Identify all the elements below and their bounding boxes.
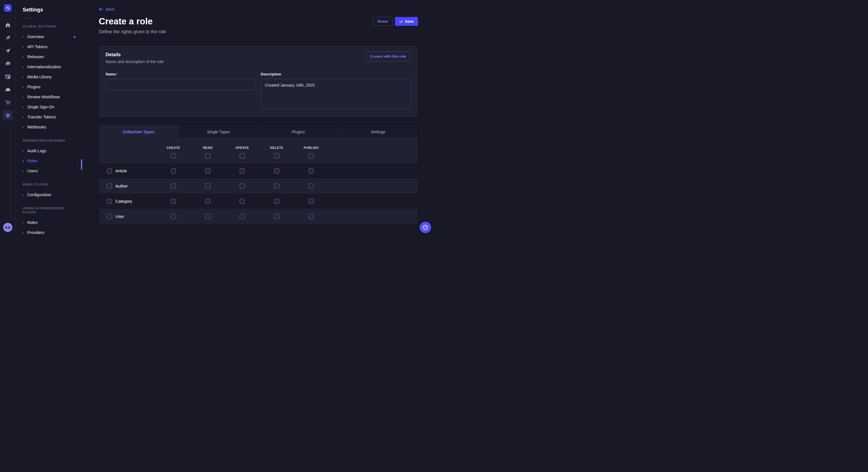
table-row-author: Author (99, 178, 418, 194)
sidebar-item-users[interactable]: Users (16, 166, 82, 176)
sidebar-item-providers[interactable]: Providers (16, 228, 82, 236)
bullet-icon (23, 161, 24, 162)
users-with-role-button[interactable]: 0 users with this role (366, 52, 411, 61)
user-delete-checkbox[interactable] (274, 214, 279, 219)
layout-icon[interactable] (3, 71, 13, 82)
rail-bottom: KD (0, 219, 16, 236)
select-all-delete-checkbox[interactable] (274, 153, 279, 158)
bullet-icon (23, 117, 24, 118)
author-create-checkbox[interactable] (171, 183, 176, 189)
avatar[interactable]: KD (3, 223, 12, 232)
row-select-checkbox[interactable] (107, 183, 112, 189)
header-actions: Reset Save (373, 17, 418, 26)
user-create-checkbox[interactable] (171, 214, 176, 219)
article-publish-checkbox[interactable] (309, 168, 314, 173)
column-header-read: READ (191, 146, 225, 149)
permissions-card: Collection TypesSingle TypesPluginsSetti… (99, 125, 418, 224)
sidebar-item-webhooks[interactable]: Webhooks (16, 122, 82, 132)
sidebar-item-media-library[interactable]: Media Library (16, 72, 82, 82)
cart-icon[interactable] (3, 97, 13, 107)
sidebar-item-transfer-tokens[interactable]: Transfer Tokens (16, 112, 82, 122)
nav-section: USERS & PERMISSIONS PLUGINRolesProviders (16, 206, 82, 236)
nav-section-label: ADMINISTRATION PANEL (16, 138, 82, 142)
sidebar-item-roles[interactable]: Roles (16, 156, 82, 166)
sidebar-item-plugins[interactable]: Plugins (16, 82, 82, 92)
gear-icon[interactable] (3, 110, 13, 121)
sidebar-item-single-sign-on[interactable]: Single Sign-On (16, 102, 82, 112)
article-create-checkbox[interactable] (171, 168, 176, 173)
settings-subnav: Settings GLOBAL SETTINGSOverviewAPI Toke… (16, 0, 83, 236)
user-update-checkbox[interactable] (240, 214, 245, 219)
column-header-update: UPDATE (225, 146, 259, 149)
feather-icon[interactable] (3, 33, 13, 43)
main-content: Back Create a role Define the rights giv… (83, 0, 434, 236)
description-field-group: Description Created January 16th, 2025 (260, 71, 411, 110)
author-delete-checkbox[interactable] (274, 183, 279, 189)
category-read-checkbox[interactable] (205, 199, 210, 204)
user-read-checkbox[interactable] (205, 214, 210, 219)
article-read-checkbox[interactable] (205, 168, 210, 173)
column-header-delete: DELETE (259, 146, 294, 149)
nav-section-label: GLOBAL SETTINGS (16, 24, 82, 28)
category-create-checkbox[interactable] (171, 199, 176, 204)
author-update-checkbox[interactable] (240, 183, 245, 189)
bullet-icon (23, 87, 24, 88)
row-name-cell: Article (107, 168, 156, 173)
sidebar-item-label: Roles (27, 220, 38, 225)
bullet-icon (23, 127, 24, 128)
subnav-scrollbar-thumb[interactable] (81, 159, 82, 169)
bullet-icon (23, 150, 24, 152)
row-select-checkbox[interactable] (107, 199, 112, 204)
strapi-logo[interactable] (4, 4, 11, 12)
row-select-checkbox[interactable] (107, 168, 112, 173)
content-type-label: Author (115, 184, 128, 189)
subnav-divider (23, 18, 30, 18)
sidebar-item-api-tokens[interactable]: API Tokens (16, 42, 82, 52)
select-all-publish-checkbox[interactable] (309, 153, 314, 158)
sidebar-item-audit-logs[interactable]: Audit Logs (16, 146, 82, 156)
sidebar-item-roles[interactable]: Roles (16, 217, 82, 228)
bullet-icon (23, 107, 24, 108)
sidebar-item-configuration[interactable]: Configuration (16, 190, 82, 200)
strapi-logo-icon (5, 5, 10, 11)
author-read-checkbox[interactable] (205, 183, 210, 189)
author-publish-checkbox[interactable] (309, 183, 314, 189)
help-button[interactable]: ? (420, 222, 431, 233)
tab-strip: Collection TypesSingle TypesPluginsSetti… (99, 125, 418, 139)
row-select-checkbox[interactable] (107, 214, 112, 219)
sidebar-item-label: Roles (27, 158, 38, 164)
select-all-update-checkbox[interactable] (240, 153, 245, 158)
tab-settings[interactable]: Settings (338, 125, 418, 139)
reset-button[interactable]: Reset (373, 17, 392, 26)
sidebar-item-releases[interactable]: Releases (16, 52, 82, 62)
tab-collection-types[interactable]: Collection Types (99, 125, 179, 139)
save-button[interactable]: Save (395, 17, 418, 26)
media-icon[interactable] (3, 59, 13, 69)
cloud-icon[interactable] (3, 84, 13, 95)
back-link[interactable]: Back (99, 7, 115, 11)
article-delete-checkbox[interactable] (274, 168, 279, 173)
select-all-create-checkbox[interactable] (171, 153, 176, 158)
paper-plane-icon[interactable] (3, 45, 13, 56)
sidebar-item-overview[interactable]: Overview (16, 32, 82, 42)
user-publish-checkbox[interactable] (309, 214, 314, 219)
bullet-icon (23, 36, 24, 38)
category-delete-checkbox[interactable] (274, 199, 279, 204)
sidebar-item-label: Overview (27, 34, 44, 40)
sidebar-item-internationalization[interactable]: Internationalization (16, 62, 82, 72)
category-update-checkbox[interactable] (240, 199, 245, 204)
name-input[interactable] (105, 79, 256, 90)
select-all-read-checkbox[interactable] (205, 153, 210, 158)
category-publish-checkbox[interactable] (309, 199, 314, 204)
home-icon[interactable] (3, 20, 13, 30)
save-label: Save (405, 19, 414, 24)
bullet-icon (23, 97, 24, 98)
tab-single-types[interactable]: Single Types (179, 125, 258, 139)
description-textarea[interactable]: Created January 16th, 2025 (260, 79, 411, 109)
tab-plugins[interactable]: Plugins (258, 125, 338, 139)
sidebar-item-review-workflows[interactable]: Review Workflows (16, 92, 82, 102)
page-subtitle: Define the rights given to the role (99, 29, 418, 34)
article-update-checkbox[interactable] (240, 168, 245, 173)
check-icon (399, 20, 403, 23)
back-label: Back (105, 7, 115, 11)
